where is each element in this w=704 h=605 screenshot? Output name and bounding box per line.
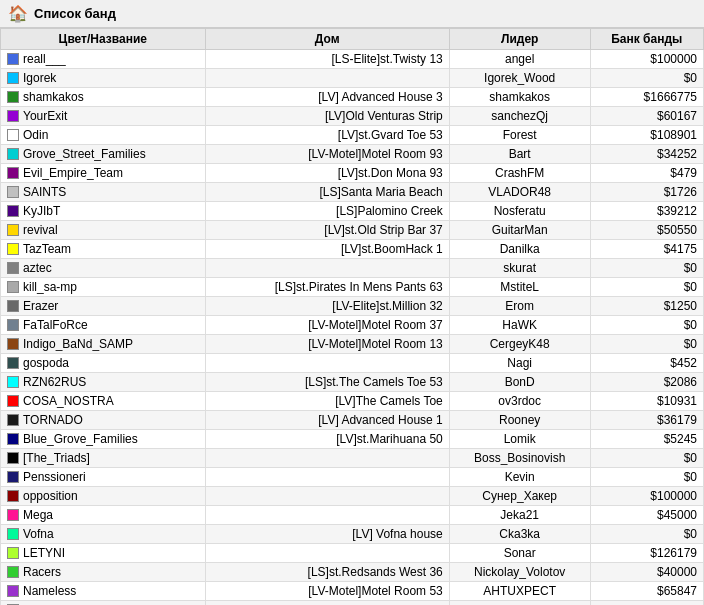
title-icon: 🏠	[8, 4, 28, 23]
gang-home: [LV] Advanced House 1	[205, 411, 449, 430]
gang-name-cell: aztec	[1, 259, 206, 278]
gang-leader: Sonar	[449, 544, 590, 563]
gang-color-box	[7, 414, 19, 426]
gang-bank: $126179	[590, 544, 703, 563]
gangs-table: Цвет/Название Дом Лидер Банк банды reall…	[0, 28, 704, 605]
gang-home	[205, 69, 449, 88]
table-row: oppositionСунер_Хакер$100000	[1, 487, 704, 506]
table-row: kill_sa-mp[LS]st.Pirates In Mens Pants 6…	[1, 278, 704, 297]
table-row: Grove_Street_Families[LV-Motel]Motel Roo…	[1, 145, 704, 164]
col-header-name: Цвет/Название	[1, 29, 206, 50]
table-row: [The_Triads]Boss_Bosinovish$0	[1, 449, 704, 468]
gang-leader: Kevin	[449, 468, 590, 487]
gang-name-cell: YourExit	[1, 107, 206, 126]
gang-bank: $1250	[590, 297, 703, 316]
gang-color-box	[7, 433, 19, 445]
gang-color-box	[7, 300, 19, 312]
gang-name: Odin	[23, 128, 48, 142]
gang-color-box	[7, 243, 19, 255]
gang-leader: sanchezQj	[449, 107, 590, 126]
gang-leader: Rooney	[449, 411, 590, 430]
gang-home: [LS]Palomino Creek	[205, 202, 449, 221]
gang-home	[205, 544, 449, 563]
table-row: RZN62RUS[LS]st.The Camels Toe 53BonD$208…	[1, 373, 704, 392]
gang-leader: Boss_Bosinovish	[449, 449, 590, 468]
gang-bank: $0	[590, 525, 703, 544]
col-header-leader: Лидер	[449, 29, 590, 50]
gang-name-cell: Odin	[1, 126, 206, 145]
gang-leader: AHTUXPECT	[449, 582, 590, 601]
gang-color-box	[7, 357, 19, 369]
gang-home: [LV]st.Marihuana 50	[205, 430, 449, 449]
gang-name-cell: SAINTS	[1, 183, 206, 202]
gang-name: SAINTS	[23, 185, 66, 199]
gang-home: [LV-Elite]st.Million 32	[205, 297, 449, 316]
gang-home: [LV]The Camels Toe	[205, 392, 449, 411]
gang-bank: $108901	[590, 126, 703, 145]
gang-color-box	[7, 509, 19, 521]
gang-name: RZN62RUS	[23, 375, 86, 389]
gang-color-box	[7, 167, 19, 179]
gang-leader: angel	[449, 50, 590, 69]
gang-bank: $50550	[590, 221, 703, 240]
gang-name-cell: neveK_Band_SAMP	[1, 601, 206, 606]
table-row: SAINTS[LS]Santa Maria BeachVLADOR48$1726	[1, 183, 704, 202]
gang-home	[205, 354, 449, 373]
gang-bank: $34252	[590, 145, 703, 164]
gang-leader: Nosferatu	[449, 202, 590, 221]
window-title: 🏠 Список банд	[0, 0, 704, 28]
gang-name-cell: [The_Triads]	[1, 449, 206, 468]
gang-name: opposition	[23, 489, 78, 503]
gang-bank: $45000	[590, 506, 703, 525]
gang-bank: $452	[590, 354, 703, 373]
table-row: Erazer[LV-Elite]st.Million 32Erom$1250	[1, 297, 704, 316]
gang-name-cell: Erazer	[1, 297, 206, 316]
gang-home: [LS]st.Pirates In Mens Pants 63	[205, 278, 449, 297]
gang-name: aztec	[23, 261, 52, 275]
gang-name-cell: FaTalFoRce	[1, 316, 206, 335]
table-row: TORNADO[LV] Advanced House 1Rooney$36179	[1, 411, 704, 430]
gang-name-cell: TORNADO	[1, 411, 206, 430]
gang-name-cell: COSA_NOSTRA	[1, 392, 206, 411]
gang-color-box	[7, 566, 19, 578]
gang-leader: HaWK	[449, 316, 590, 335]
gang-name-cell: Nameless	[1, 582, 206, 601]
table-row: COSA_NOSTRA[LV]The Camels Toeov3rdoc$109…	[1, 392, 704, 411]
gang-name-cell: reall___	[1, 50, 206, 69]
gang-bank: $36179	[590, 411, 703, 430]
gang-bank: $1726	[590, 183, 703, 202]
gang-name: Blue_Grove_Families	[23, 432, 138, 446]
gang-name: TORNADO	[23, 413, 83, 427]
gang-name: KyJIbT	[23, 204, 60, 218]
gang-name-cell: Grove_Street_Families	[1, 145, 206, 164]
gang-name-cell: gospoda	[1, 354, 206, 373]
gang-bank: $2086	[590, 373, 703, 392]
gang-name-cell: Vofna	[1, 525, 206, 544]
gang-home: [LS]Santa Maria Beach	[205, 183, 449, 202]
gang-leader: Nagi	[449, 354, 590, 373]
gang-name: Grove_Street_Families	[23, 147, 146, 161]
gang-bank: $40000	[590, 563, 703, 582]
gang-home: [LS-Elite]st.Twisty 13	[205, 50, 449, 69]
gang-bank: $1666775	[590, 88, 703, 107]
gang-name-cell: opposition	[1, 487, 206, 506]
table-row: Blue_Grove_Families[LV]st.Marihuana 50Lo…	[1, 430, 704, 449]
table-row: Nameless[LV-Motel]Motel Room 53AHTUXPECT…	[1, 582, 704, 601]
gang-leader: ov3rdoc	[449, 392, 590, 411]
gang-leader: CergeyK48	[449, 335, 590, 354]
table-row: YourExit[LV]Old Venturas StripsanchezQj$…	[1, 107, 704, 126]
gang-name: revival	[23, 223, 58, 237]
gang-home: [LV]st.Don Mona 93	[205, 164, 449, 183]
table-row: TazTeam[LV]st.BoomHack 1Danilka$4175	[1, 240, 704, 259]
gang-name: COSA_NOSTRA	[23, 394, 114, 408]
gang-bank: $0	[590, 278, 703, 297]
table-row: PenssioneriKevin$0	[1, 468, 704, 487]
gang-leader: notitle	[449, 601, 590, 606]
gang-bank: $10931	[590, 392, 703, 411]
gang-color-box	[7, 129, 19, 141]
gang-home: [LV]Old Venturas Strip	[205, 107, 449, 126]
gang-leader: Danilka	[449, 240, 590, 259]
gang-home: [LV-Motel]Motel Room 13	[205, 335, 449, 354]
gang-name-cell: revival	[1, 221, 206, 240]
table-row: neveK_Band_SAMP[LV]Disconotitle$1149	[1, 601, 704, 606]
